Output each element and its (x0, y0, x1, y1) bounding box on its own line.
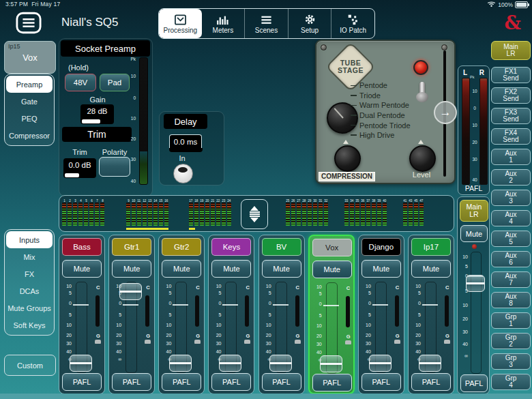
custom-button[interactable]: Custom (4, 355, 56, 376)
knob-marker-icon (343, 140, 349, 144)
mute-button[interactable]: Mute (62, 260, 102, 278)
fader-cap[interactable] (419, 355, 441, 372)
fader-cap[interactable] (269, 355, 292, 372)
pafl-button[interactable]: PAFL (162, 373, 201, 391)
mute-button[interactable]: Mute (411, 260, 451, 278)
pafl-button[interactable]: PAFL (312, 374, 352, 391)
mix-button-main-lr[interactable]: MainLR (491, 41, 531, 60)
main-fader-track[interactable] (471, 252, 482, 374)
pan-indicator (245, 295, 249, 327)
trim-slider[interactable] (63, 172, 96, 178)
mix-button-fx1-send[interactable]: FX1Send (491, 67, 531, 83)
channel-name-button[interactable]: Bass (62, 238, 102, 256)
main-fader-cap[interactable] (466, 275, 485, 292)
mix-button-fx4-send[interactable]: FX4Send (491, 128, 531, 145)
main-mute-button[interactable]: Mute (460, 225, 488, 242)
selected-channel-box[interactable]: Ip15 Vox (4, 41, 56, 74)
fader-scale-tick: 5 (311, 313, 322, 318)
mix-button-aux-6[interactable]: Aux6 (491, 251, 531, 267)
pad-button[interactable]: Pad (100, 74, 130, 91)
mix-button-grp-4[interactable]: Grp4 (491, 374, 531, 390)
fader-scale-tick: 0 (261, 301, 271, 306)
fader-cap[interactable] (320, 355, 342, 372)
pafl-button[interactable]: PAFL (411, 373, 451, 391)
mix-button-aux-3[interactable]: Aux3 (491, 190, 531, 206)
fader-scale-tick: 30 (210, 341, 221, 346)
tab-label: Processing (164, 27, 197, 34)
mute-button[interactable]: Mute (312, 261, 352, 278)
channel-strip-bass: BassMute1050510203040∞CGPAFL (59, 235, 105, 394)
channel-name-button[interactable]: Gtr2 (162, 238, 201, 256)
channel-name-button[interactable]: Django (361, 238, 401, 256)
mix-button-grp-3[interactable]: Grp3 (491, 353, 531, 370)
tab-meters[interactable]: Meters (202, 9, 245, 38)
tab-setup[interactable]: Setup (288, 9, 331, 38)
tab-io-patch[interactable]: IO Patch (331, 9, 374, 38)
mix-button-aux-2[interactable]: Aux2 (491, 169, 531, 186)
meter-bank-2[interactable]: 910111213141516 (126, 198, 168, 226)
fader-cap[interactable] (70, 355, 92, 372)
mix-button-fx3-send[interactable]: FX3Send (491, 108, 531, 124)
fader-cap[interactable] (119, 283, 142, 300)
menu-button[interactable] (15, 11, 42, 35)
bank-tab-dcas[interactable]: DCAs (6, 282, 53, 299)
bank-tab-mix[interactable]: Mix (6, 248, 53, 265)
bank-tab-inputs[interactable]: Inputs (6, 231, 53, 248)
tab-processing[interactable]: Processing (159, 9, 202, 38)
delay-value[interactable]: 0.0 ms (169, 134, 202, 149)
pafl-button[interactable]: PAFL (112, 373, 151, 391)
mix-button-grp-1[interactable]: Grp1 (491, 312, 531, 329)
mute-button[interactable]: Mute (361, 260, 401, 278)
trim-value[interactable]: 0.0 dB (63, 158, 96, 172)
channel-name-button[interactable]: Vox (312, 239, 352, 256)
main-lr-select-button[interactable]: Main LR (460, 200, 488, 222)
channel-name-button[interactable]: Ip17 (411, 238, 451, 256)
plugin-expand-button[interactable]: → (434, 101, 457, 124)
channel-name-button[interactable]: BV (262, 238, 301, 256)
bank-tab-soft-keys[interactable]: Soft Keys (6, 316, 53, 334)
meter-bank-1[interactable]: 12345678 (62, 198, 104, 226)
fader-cap[interactable] (219, 355, 241, 372)
pafl-button[interactable]: PAFL (62, 373, 102, 391)
pafl-button[interactable]: PAFL (262, 373, 301, 391)
mix-button-aux-1[interactable]: Aux1 (491, 149, 531, 165)
gain-value[interactable]: 28 dB (80, 104, 114, 118)
main-pafl-button[interactable]: PAFL (460, 374, 488, 392)
channel-name-button[interactable]: Keys (211, 238, 251, 256)
mix-button-aux-7[interactable]: Aux7 (491, 271, 531, 288)
fader-cap[interactable] (169, 355, 192, 372)
meter-bank-4[interactable]: 2526272829303132 (286, 198, 328, 226)
meter-bank-6[interactable]: 41434547 (403, 198, 424, 226)
meter-bank-5[interactable]: 3334353637383940 (344, 198, 387, 226)
mix-button-aux-8[interactable]: Aux8 (491, 292, 531, 308)
processing-tab-preamp[interactable]: Preamp (6, 76, 53, 93)
mute-button[interactable]: Mute (162, 260, 201, 278)
power-toggle-switch[interactable] (415, 82, 429, 104)
processing-tab-peq[interactable]: PEQ (6, 110, 53, 127)
zero-line (123, 304, 138, 306)
meter-scroll-button[interactable] (241, 199, 268, 229)
pafl-button[interactable]: PAFL (211, 373, 251, 391)
bank-tab-mute-groups[interactable]: Mute Groups (6, 299, 53, 316)
mute-button[interactable]: Mute (112, 260, 151, 278)
mute-button[interactable]: Mute (211, 260, 251, 278)
tube-mode-dual-pentode: Dual Pentode (351, 110, 411, 121)
mix-button-aux-5[interactable]: Aux5 (491, 231, 531, 247)
level-knob[interactable] (409, 145, 436, 172)
delay-in-toggle[interactable] (173, 164, 193, 183)
gain-slider[interactable] (80, 118, 114, 124)
processing-tab-compressor[interactable]: Compressor (6, 127, 53, 144)
processing-tab-gate[interactable]: Gate (6, 93, 53, 110)
mix-button-grp-2[interactable]: Grp2 (491, 333, 531, 349)
tab-scenes[interactable]: Scenes (244, 9, 288, 38)
fineadj-knob[interactable] (334, 145, 361, 172)
pafl-button[interactable]: PAFL (361, 373, 401, 391)
bank-tab-fx[interactable]: FX (6, 265, 53, 282)
mix-button-aux-4[interactable]: Aux4 (491, 210, 531, 226)
phantom-48v-button[interactable]: 48V (65, 74, 96, 91)
mute-button[interactable]: Mute (262, 260, 301, 278)
mix-button-fx2-send[interactable]: FX2Send (491, 87, 531, 104)
fader-cap[interactable] (369, 355, 391, 372)
meter-bank-3[interactable]: 1718192021222324 (189, 198, 231, 226)
channel-name-button[interactable]: Gtr1 (112, 238, 151, 256)
